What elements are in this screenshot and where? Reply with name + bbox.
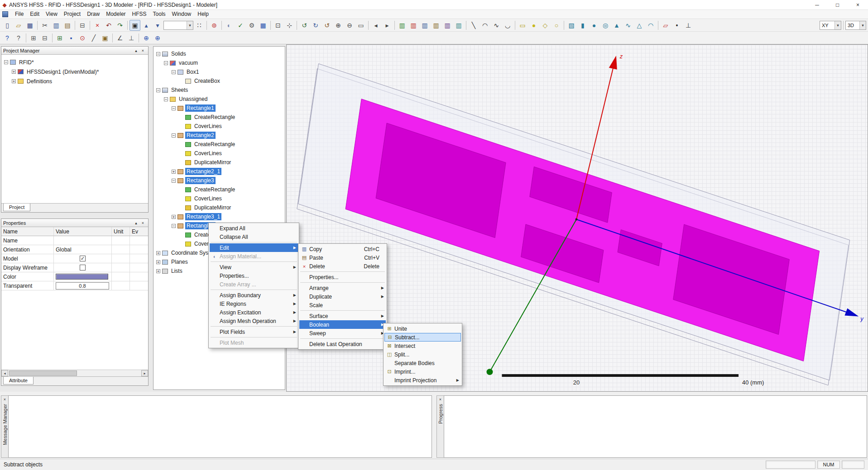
tree-item-unassigned[interactable]: −Unassigned (153, 95, 285, 104)
menu-item-collapse-all[interactable]: Collapse All (210, 233, 298, 241)
collapse-icon[interactable]: − (4, 60, 8, 64)
pan-button[interactable]: ⊹ (284, 20, 295, 31)
menu-draw[interactable]: Draw (84, 10, 103, 19)
tree-item-coverlines[interactable]: CoverLines (153, 194, 285, 203)
draw-line-button[interactable]: ╲ (468, 20, 479, 31)
tree-item-coverlines[interactable]: CoverLines (153, 122, 285, 131)
menu-item-properties[interactable]: Properties... (210, 271, 298, 280)
model-checkbox[interactable]: ✓ (80, 256, 86, 261)
drawing-plane-combo[interactable]: XY▾ (820, 21, 841, 30)
tree-item-coverlines[interactable]: CoverLines (153, 149, 285, 158)
print-button[interactable]: ⊟ (77, 20, 88, 31)
cascade-windows-button[interactable]: ⊞ (28, 33, 39, 43)
draw-helix-button[interactable]: ∿ (623, 20, 633, 31)
rotate-x-button[interactable]: ↺ (299, 20, 310, 31)
menu-item-arrange[interactable]: Arrange▶ (299, 284, 386, 292)
menu-tools[interactable]: Tools (150, 10, 169, 19)
tree-item-sheets[interactable]: −Sheets (153, 85, 285, 95)
color-swatch[interactable] (56, 274, 108, 280)
collapse-panel-icon[interactable]: ▴ (133, 48, 139, 53)
draw-rectangle-button[interactable]: ▭ (517, 20, 528, 31)
menu-item-delete[interactable]: ×DeleteDelete (299, 262, 386, 271)
menu-view[interactable]: View (43, 10, 61, 19)
sweep-along-path-button[interactable]: ▱ (660, 20, 671, 31)
menu-window[interactable]: Window (169, 10, 195, 19)
menu-item-ie-regions[interactable]: IE Regions▶ (210, 299, 298, 308)
active-cs-combo[interactable]: ▾ (163, 21, 193, 30)
collapse-icon[interactable]: − (172, 179, 176, 183)
draw-plane-button[interactable]: ⊥ (683, 20, 694, 31)
draw-cylinder-button[interactable]: ▮ (577, 20, 588, 31)
tree-item-duplicatemirror[interactable]: DuplicateMirror (153, 158, 285, 167)
menu-project[interactable]: Project (61, 10, 84, 19)
property-value[interactable] (54, 236, 112, 245)
draw-spline-button[interactable]: ∿ (491, 20, 502, 31)
context-help-button[interactable]: ? (2, 33, 13, 43)
snap-edge-button[interactable]: ╱ (88, 33, 99, 43)
solution-data-button[interactable]: ▦ (258, 20, 269, 31)
draw-cone-button[interactable]: ▲ (611, 20, 622, 31)
menu-item-expand-all[interactable]: Expand All (210, 224, 298, 233)
draw-point-button[interactable]: • (671, 20, 682, 31)
scrollbar-thumb[interactable] (9, 370, 77, 376)
collapse-icon[interactable]: − (172, 224, 176, 228)
tree-item-rectangle2-1[interactable]: +Rectangle2_1 (153, 167, 285, 176)
whats-this-button[interactable]: ? (13, 33, 24, 43)
menu-item-separate-bodies[interactable]: Separate Bodies (384, 359, 461, 367)
maximize-button[interactable]: □ (827, 0, 848, 9)
relative-cs-button[interactable]: ⊚ (209, 20, 220, 31)
menu-item-imprint[interactable]: ⊡Imprint... (384, 367, 461, 376)
tree-item-rectangle1[interactable]: −Rectangle1 (153, 104, 285, 113)
previous-view-button[interactable]: ◂ (370, 20, 381, 31)
measure-angle-button[interactable]: ∠ (115, 33, 125, 43)
menu-item-paste[interactable]: ▤PasteCtrl+V (299, 253, 386, 262)
menu-help[interactable]: Help (194, 10, 212, 19)
tree-item-rectangle2[interactable]: −Rectangle2 (153, 131, 285, 140)
history-down-button[interactable]: ▾ (152, 20, 163, 31)
open-file-button[interactable]: ▱ (13, 20, 24, 31)
tree-item-createbox[interactable]: CreateBox (153, 76, 285, 85)
expand-icon[interactable]: + (172, 215, 176, 219)
close-panel-icon[interactable]: × (4, 397, 6, 402)
scroll-right-icon[interactable]: ▸ (141, 370, 148, 376)
new-file-button[interactable]: ▯ (2, 20, 13, 31)
zoom-in-button[interactable]: ⊕ (333, 20, 344, 31)
orientation-button[interactable]: ▥ (453, 20, 464, 31)
menu-item-scale[interactable]: Scale (299, 301, 386, 309)
expand-icon[interactable]: + (156, 260, 160, 264)
tab-project[interactable]: Project (3, 204, 30, 211)
analyze-button[interactable]: ⚙ (246, 20, 257, 31)
snap-vertex-button[interactable]: ▪ (66, 33, 77, 43)
zoom-out-button[interactable]: ⊖ (344, 20, 355, 31)
transparent-value-box[interactable]: 0.8 (56, 282, 109, 290)
tab-attribute[interactable]: Attribute (3, 377, 34, 385)
tree-item-definitions[interactable]: +Definitions (1, 76, 148, 86)
paste-button[interactable]: ▤ (62, 20, 73, 31)
select-object-button[interactable]: ▣ (129, 20, 140, 31)
draw-3pt-arc-button[interactable]: ◡ (502, 20, 513, 31)
expand-icon[interactable]: + (12, 79, 16, 83)
menu-item-copy[interactable]: ▥CopyCtrl+C (299, 245, 386, 253)
show-boundaries-button[interactable]: ⊕ (141, 33, 152, 43)
collapse-icon[interactable]: − (172, 70, 176, 74)
tree-item-createrectangle[interactable]: CreateRectangle (153, 140, 285, 149)
expand-icon[interactable]: + (156, 269, 160, 273)
zoom-window-button[interactable]: ⊡ (273, 20, 283, 31)
tree-item-rectangle3[interactable]: −Rectangle3 (153, 176, 285, 185)
close-button[interactable]: × (848, 0, 868, 9)
mdi-child-icon[interactable] (2, 11, 8, 17)
menu-item-assign-mesh-operation[interactable]: Assign Mesh Operation▶ (210, 317, 298, 325)
menu-hfss[interactable]: HFSS (129, 10, 150, 19)
menu-item-boolean[interactable]: Boolean▶ (299, 320, 386, 329)
validate-button[interactable]: ✓ (235, 20, 246, 31)
collapse-icon[interactable]: − (164, 61, 168, 65)
tile-windows-button[interactable]: ⊟ (39, 33, 50, 43)
expand-icon[interactable]: + (12, 70, 16, 74)
menu-edit[interactable]: Edit (27, 10, 43, 19)
view-mode-combo[interactable]: 3D▾ (845, 21, 866, 30)
transparency-button[interactable]: ▥ (431, 20, 441, 31)
close-panel-icon[interactable]: × (439, 397, 441, 402)
history-up-button[interactable]: ▴ (141, 20, 152, 31)
snap-face-button[interactable]: ▣ (100, 33, 110, 43)
collapse-icon[interactable]: − (172, 106, 176, 110)
